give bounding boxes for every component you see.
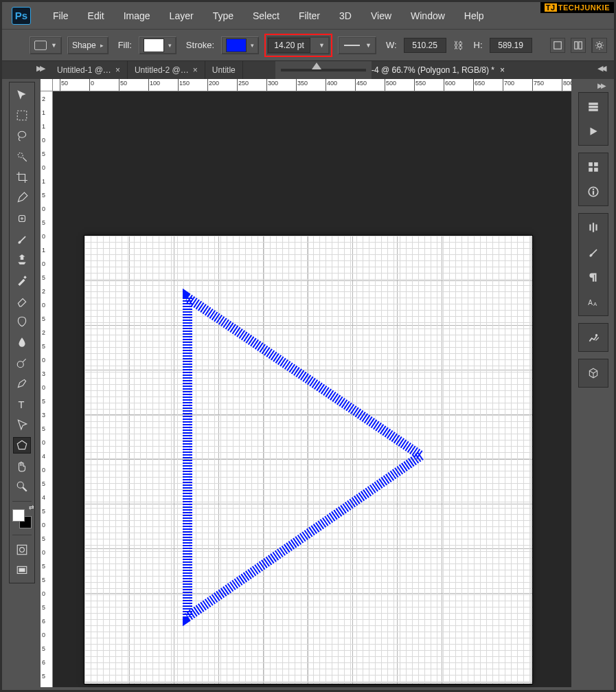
link-icon[interactable]: ⛓ [452,40,464,51]
document-tab-label: Untitled-1 @… [57,65,111,75]
paragraph-panel-icon[interactable] [584,269,602,285]
stroke-swatch[interactable]: ▾ [221,36,259,54]
type-tool[interactable]: T [13,396,31,412]
menu-type[interactable]: Type [203,8,243,24]
gradient-tool[interactable] [13,313,31,330]
watermark-text: TECHJUNKIE [558,3,610,12]
svg-rect-0 [554,41,561,49]
menu-filter[interactable]: Filter [289,8,330,24]
foreground-background-swatch[interactable]: ⇄ [12,509,32,528]
app-menubar: Ps File Edit Image Layer Type Select Fil… [2,2,614,30]
geometry-options-gear-icon[interactable] [592,38,607,53]
blur-tool[interactable] [13,334,31,350]
slider-thumb-icon[interactable] [312,63,321,69]
lasso-tool[interactable] [13,128,31,144]
menu-layer[interactable]: Layer [160,8,203,24]
svg-rect-1 [574,41,577,49]
vertical-ruler[interactable]: 2110501505010520525030535040545050550560… [41,91,53,687]
close-icon[interactable]: × [500,65,505,75]
move-tool[interactable] [13,87,31,103]
svg-text:T: T [18,399,24,410]
marquee-tool[interactable] [13,107,31,124]
crop-tool[interactable] [13,169,31,186]
foreground-color[interactable] [12,509,25,522]
swap-colors-icon[interactable]: ⇄ [29,504,34,511]
path-select-tool[interactable] [13,416,31,433]
history-panel-icon[interactable] [584,98,602,115]
ruler-origin[interactable] [41,79,53,91]
fill-color-icon [144,38,164,52]
svg-marker-6 [187,298,421,617]
menu-view[interactable]: View [361,8,401,24]
canvas-pasteboard[interactable] [53,91,571,687]
dock-group: AA [578,213,608,316]
hand-tool[interactable] [13,458,31,474]
tab-collapse-right-icon[interactable]: ◀◀ [597,64,604,73]
3d-panel-icon[interactable] [584,365,602,381]
menu-3d[interactable]: 3D [330,8,361,24]
app-logo[interactable]: Ps [12,7,31,25]
document-canvas[interactable] [84,236,532,684]
svg-rect-28 [593,191,594,195]
svg-point-11 [17,361,23,368]
quick-mask-toggle[interactable] [13,542,31,558]
clone-stamp-tool[interactable] [13,252,31,268]
document-tab[interactable]: Untitled-1 @… × [50,61,128,79]
path-align-button[interactable] [571,38,586,53]
screen-mode-toggle[interactable] [13,562,31,579]
path-operations-button[interactable] [550,38,565,53]
character-panel-icon[interactable]: AA [584,293,602,310]
quick-select-tool[interactable] [13,148,31,165]
dodge-tool[interactable] [13,355,31,371]
menu-edit[interactable]: Edit [78,8,114,24]
dock-group [578,153,608,206]
eraser-tool[interactable] [13,293,31,309]
brushes-panel-icon[interactable] [584,219,602,236]
stroke-width-dropdown[interactable]: ▼ [267,36,330,54]
svg-rect-15 [17,545,27,555]
shape-width-input[interactable] [404,38,446,53]
info-panel-icon[interactable] [584,183,602,200]
menu-file[interactable]: File [43,8,78,24]
eyedropper-tool[interactable] [13,190,31,206]
brush-tool[interactable] [13,231,31,247]
polygon-shape-layer[interactable] [84,236,532,684]
shape-height-input[interactable] [490,38,532,53]
history-brush-tool[interactable] [13,272,31,289]
stroke-style-dropdown[interactable]: ▼ [338,36,376,54]
swatches-panel-icon[interactable] [584,159,602,175]
document-tab[interactable]: Untitled-2 @… × [128,61,205,79]
document-tab-label: Untitle [212,65,236,75]
svg-point-9 [18,153,23,157]
menu-image[interactable]: Image [114,8,160,24]
polygon-tool[interactable] [13,437,31,454]
width-label: W: [386,40,397,50]
fill-swatch[interactable]: ▾ [139,36,176,54]
shape-mode-dropdown[interactable]: Shape▸ [67,36,109,54]
dock-expand-icon[interactable]: ▶▶ [578,82,608,89]
spot-heal-tool[interactable] [13,210,31,227]
dock-group [578,323,608,352]
stroke-width-input[interactable] [268,38,310,53]
active-document-title[interactable]: -4 @ 66.7% (Polygon 1, RGB/8) * × [372,61,505,79]
stroke-width-slider-popup[interactable] [275,61,372,79]
pen-tool[interactable] [13,375,31,392]
brush-presets-panel-icon[interactable] [584,244,602,260]
shape-mode-label: Shape [72,41,96,50]
menu-window[interactable]: Window [401,8,455,24]
dock-group [578,92,608,146]
options-bar: ▼ Shape▸ Fill: ▾ Stroke: ▾ ▼ ▼ W: ⛓ H: [2,30,614,61]
close-icon[interactable]: × [115,65,120,75]
actions-panel-icon[interactable] [584,123,602,139]
tool-preset-picker[interactable]: ▼ [30,36,62,54]
menu-select[interactable]: Select [243,8,289,24]
adjustments-panel-icon[interactable] [584,329,602,346]
menu-help[interactable]: Help [455,8,494,24]
document-tab-strip: ▶▶ Untitled-1 @… × Untitled-2 @… × Untit… [2,61,614,79]
zoom-tool[interactable] [13,478,31,495]
close-icon[interactable]: × [193,65,198,75]
horizontal-ruler[interactable]: 5005010015020025030035040045050055060065… [53,79,571,91]
document-tab[interactable]: Untitle [205,61,243,79]
tab-collapse-left-icon[interactable]: ▶▶ [36,64,43,73]
svg-point-32 [595,334,597,336]
